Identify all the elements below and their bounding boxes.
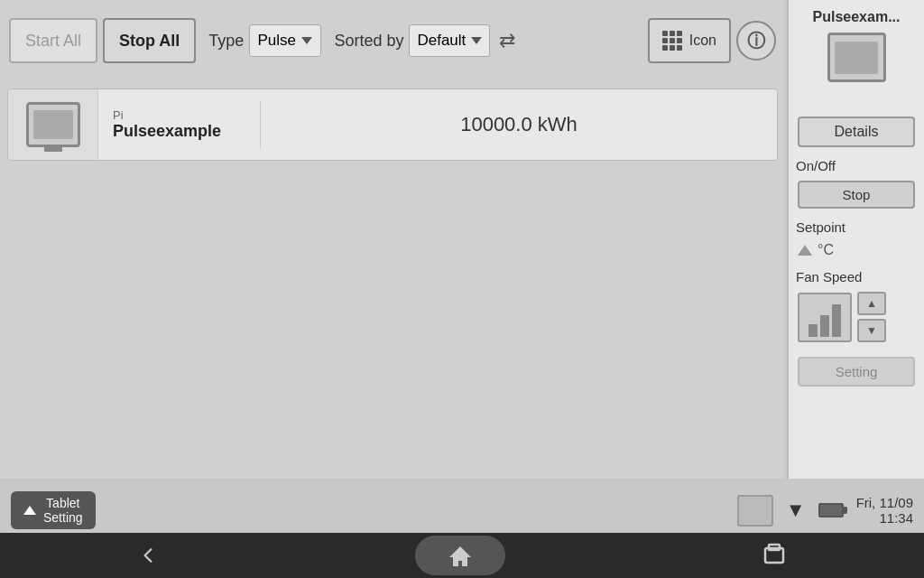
datetime: Fri, 11/09 11:34 (856, 495, 913, 526)
panel-title: Pulseexam... (813, 9, 901, 25)
tablet-setting-button[interactable]: Tablet Setting (11, 491, 96, 529)
grid-icon (662, 31, 682, 51)
details-button[interactable]: Details (798, 117, 915, 147)
monitor-screen (33, 110, 73, 139)
start-all-button[interactable]: Start All (9, 18, 97, 63)
back-arrow-icon (137, 545, 159, 566)
home-icon (448, 543, 473, 568)
type-dropdown[interactable]: Pulse (249, 24, 321, 57)
recents-button[interactable] (744, 536, 805, 575)
sorted-by-dropdown[interactable]: Default (409, 24, 490, 57)
back-button[interactable] (119, 537, 177, 573)
panel-monitor-icon (827, 33, 886, 82)
content-list: Pi Pulseexample 10000.0 kWh (0, 81, 785, 479)
type-value: Pulse (257, 32, 296, 50)
type-label: Type (208, 32, 244, 51)
svg-marker-0 (449, 546, 471, 566)
fan-bar-1 (808, 324, 818, 337)
main-area: Start All Stop All Type Pulse Sorted by … (0, 0, 785, 479)
info-button[interactable]: ⓘ (736, 21, 776, 61)
fan-controls: ▲ ▼ (857, 292, 886, 342)
sd-card-icon (737, 495, 773, 527)
setpoint-unit: °C (818, 242, 834, 258)
right-panel: Pulseexam... Details On/Off Stop Setpoin… (787, 0, 924, 479)
status-bar: Tablet Setting ▼ Fri, 11/09 11:34 (0, 488, 924, 533)
home-button[interactable] (415, 536, 505, 575)
fan-up-button[interactable]: ▲ (857, 292, 886, 315)
setpoint-label: Setpoint (796, 219, 845, 235)
panel-monitor-screen (835, 42, 878, 74)
battery-tip (844, 507, 847, 514)
icon-view-label: Icon (689, 33, 716, 49)
sorted-by-value: Default (417, 32, 466, 50)
status-bar-right: ▼ Fri, 11/09 11:34 (737, 495, 913, 527)
recents-icon (762, 543, 787, 568)
item-icon-box (8, 89, 98, 161)
icon-view-button[interactable]: Icon (648, 18, 731, 63)
fan-bar-2 (820, 315, 829, 337)
tablet-setting-label: Tablet Setting (43, 496, 83, 525)
fan-speed-row: ▲ ▼ (798, 292, 915, 342)
item-subtitle: Pi (113, 108, 245, 122)
item-value: 10000.0 kWh (261, 113, 777, 136)
item-info: Pi Pulseexample (98, 101, 261, 148)
setpoint-row: °C (798, 242, 915, 258)
item-title: Pulseexample (113, 122, 245, 141)
stop-all-button[interactable]: Stop All (103, 18, 196, 63)
fan-down-button[interactable]: ▼ (857, 319, 886, 342)
stop-button[interactable]: Stop (798, 181, 915, 209)
sorted-by-dropdown-arrow (471, 37, 482, 44)
tablet-arrow-icon (23, 506, 36, 515)
sort-icon: ⇄ (499, 29, 515, 52)
fan-speed-label: Fan Speed (796, 269, 862, 284)
fan-speed-indicator (798, 293, 852, 342)
fan-bar-3 (832, 304, 841, 337)
type-dropdown-arrow (301, 37, 312, 44)
monitor-icon (26, 102, 80, 147)
toolbar: Start All Stop All Type Pulse Sorted by … (0, 0, 785, 81)
on-off-label: On/Off (796, 158, 836, 173)
setpoint-triangle-icon (798, 245, 812, 256)
list-item[interactable]: Pi Pulseexample 10000.0 kWh (7, 89, 778, 161)
setting-button[interactable]: Setting (798, 357, 915, 387)
nav-bar (0, 533, 924, 578)
battery-icon (818, 503, 844, 517)
sorted-by-label: Sorted by (334, 32, 403, 51)
wifi-icon: ▼ (786, 499, 806, 522)
